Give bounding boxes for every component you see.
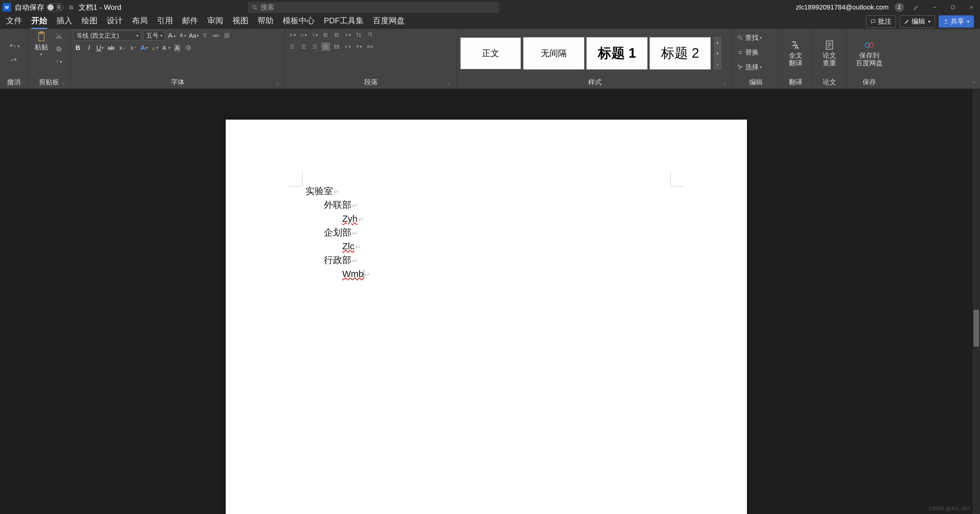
maximize-button[interactable] [947, 1, 959, 13]
autosave-toggle[interactable]: 关 [47, 3, 64, 11]
distribute-button[interactable] [332, 42, 341, 51]
tab-PDF工具集[interactable]: PDF工具集 [324, 15, 364, 29]
shading-button[interactable]: ▾ [355, 42, 363, 51]
full-translate-button[interactable]: 全文 翻译 [788, 39, 804, 67]
font-name-select[interactable]: 等线 (西文正文)▾ [73, 31, 141, 40]
phonetic-guide-button[interactable]: wén [212, 31, 220, 40]
tab-百度网盘[interactable]: 百度网盘 [373, 15, 405, 29]
doc-line[interactable]: Zlc↵ [305, 239, 370, 253]
bold-button[interactable]: B [73, 43, 82, 52]
style-normal[interactable]: 正文 [460, 37, 521, 70]
character-border-button[interactable]: A [223, 31, 231, 40]
align-left-button[interactable] [288, 42, 297, 51]
sort-button[interactable] [355, 31, 363, 39]
character-shading-button[interactable]: A [173, 43, 181, 52]
bullets-button[interactable]: ▾ [288, 31, 297, 39]
tab-审阅[interactable]: 审阅 [207, 15, 223, 29]
asian-layout-button[interactable]: ▾ [344, 31, 352, 39]
doc-line[interactable]: 实验室↵ [305, 184, 370, 198]
increase-font-button[interactable]: A▴ [167, 31, 176, 40]
font-size-select[interactable]: 五号▾ [143, 31, 165, 40]
subscript-button[interactable]: x₂ [118, 43, 126, 52]
italic-button[interactable]: I [84, 43, 93, 52]
tab-绘图[interactable]: 绘图 [81, 15, 97, 29]
tab-帮助[interactable]: 帮助 [258, 15, 274, 29]
clipboard-launcher[interactable] [60, 81, 66, 87]
document-area[interactable]: 实验室↵外联部↵Zyh↵企划部↵Zlc↵行政部↵Wmb↵ [0, 89, 973, 514]
show-marks-button[interactable] [366, 31, 374, 39]
pen-icon[interactable] [910, 1, 922, 13]
styles-scroll-up[interactable]: ▴ [714, 37, 721, 48]
copy-button[interactable] [54, 45, 63, 53]
tab-插入[interactable]: 插入 [56, 15, 72, 29]
save-button[interactable] [67, 4, 75, 11]
svg-rect-10 [153, 49, 154, 50]
find-button[interactable]: 查找▾ [736, 32, 775, 43]
justify-button[interactable] [321, 42, 330, 51]
replace-button[interactable]: 替换 [736, 47, 775, 58]
redo-button[interactable] [8, 56, 20, 65]
paste-button[interactable]: 粘贴 ▾ [31, 31, 52, 76]
vertical-scrollbar[interactable] [973, 89, 980, 514]
underline-button[interactable]: U▾ [95, 43, 104, 52]
style-heading1[interactable]: 标题 1 [586, 37, 648, 70]
user-email[interactable]: zlc18992091784@outlook.com [796, 3, 889, 11]
doc-line[interactable]: 行政部↵ [305, 253, 370, 267]
decrease-font-button[interactable]: A▾ [178, 31, 187, 40]
multilevel-list-button[interactable]: ▾ [310, 31, 319, 39]
align-right-button[interactable] [310, 42, 319, 51]
strikethrough-button[interactable]: ab [107, 43, 115, 52]
borders-button[interactable]: ▾ [366, 42, 374, 51]
numbering-button[interactable]: 123▾ [299, 31, 308, 39]
user-avatar[interactable]: Z [895, 3, 904, 12]
tab-引用[interactable]: 引用 [157, 15, 173, 29]
editing-mode-button[interactable]: 编辑 ▾ [900, 15, 935, 28]
close-button[interactable] [965, 1, 978, 13]
doc-line[interactable]: Wmb↵ [305, 267, 370, 281]
enclose-char-button[interactable]: 字 [184, 43, 192, 52]
styles-scroll-down[interactable]: ▾ [714, 48, 721, 59]
tab-开始[interactable]: 开始 [31, 15, 47, 29]
document-title: 文档1 - Word [78, 2, 121, 12]
watermark-text: CSDN @AO_807 [929, 506, 971, 512]
cut-button[interactable] [54, 32, 63, 40]
paragraph-launcher[interactable] [447, 81, 452, 87]
increase-indent-button[interactable] [332, 31, 341, 39]
paper-check-button[interactable]: 论文 查重 [821, 39, 837, 67]
tab-邮件[interactable]: 邮件 [182, 15, 198, 29]
styles-launcher[interactable] [723, 81, 728, 87]
tab-布局[interactable]: 布局 [132, 15, 148, 29]
doc-line[interactable]: 企划部↵ [305, 225, 370, 239]
tab-设计[interactable]: 设计 [107, 15, 123, 29]
tab-模板中心[interactable]: 模板中心 [283, 15, 315, 29]
text-effects-button[interactable]: A▾ [140, 43, 148, 52]
scrollbar-thumb[interactable] [974, 310, 979, 347]
styles-expand[interactable]: ▿ [714, 59, 721, 70]
tab-文件[interactable]: 文件 [6, 15, 22, 29]
share-button[interactable]: 共享 ▾ [939, 15, 974, 28]
clear-format-button[interactable] [200, 31, 209, 40]
save-baidu-button[interactable]: 保存到 百度网盘 [854, 39, 884, 67]
tab-视图[interactable]: 视图 [232, 15, 248, 29]
collapse-ribbon-button[interactable] [970, 79, 978, 86]
document-page[interactable]: 实验室↵外联部↵Zyh↵企划部↵Zlc↵行政部↵Wmb↵ [226, 119, 747, 514]
select-button[interactable]: 选择▾ [736, 62, 775, 72]
document-content[interactable]: 实验室↵外联部↵Zyh↵企划部↵Zlc↵行政部↵Wmb↵ [305, 184, 370, 281]
highlight-button[interactable]: ▾ [151, 43, 159, 52]
search-box[interactable]: 搜索 [248, 2, 499, 13]
font-color-button[interactable]: A▾ [162, 43, 170, 52]
doc-line[interactable]: Zyh↵ [305, 212, 370, 225]
change-case-button[interactable]: Aa▾ [189, 31, 198, 40]
style-nospacing[interactable]: 无间隔 [523, 37, 584, 70]
font-launcher[interactable] [275, 81, 280, 87]
align-center-button[interactable] [299, 42, 308, 51]
doc-line[interactable]: 外联部↵ [305, 198, 370, 212]
style-heading2[interactable]: 标题 2 [649, 37, 711, 70]
superscript-button[interactable]: x² [129, 43, 137, 52]
comments-button[interactable]: 批注 [866, 15, 896, 28]
minimize-button[interactable] [929, 1, 941, 13]
undo-button[interactable]: ▾ [7, 42, 21, 51]
format-painter-button[interactable]: ▾ [54, 58, 63, 66]
decrease-indent-button[interactable] [321, 31, 330, 39]
line-spacing-button[interactable]: ▾ [344, 42, 352, 51]
